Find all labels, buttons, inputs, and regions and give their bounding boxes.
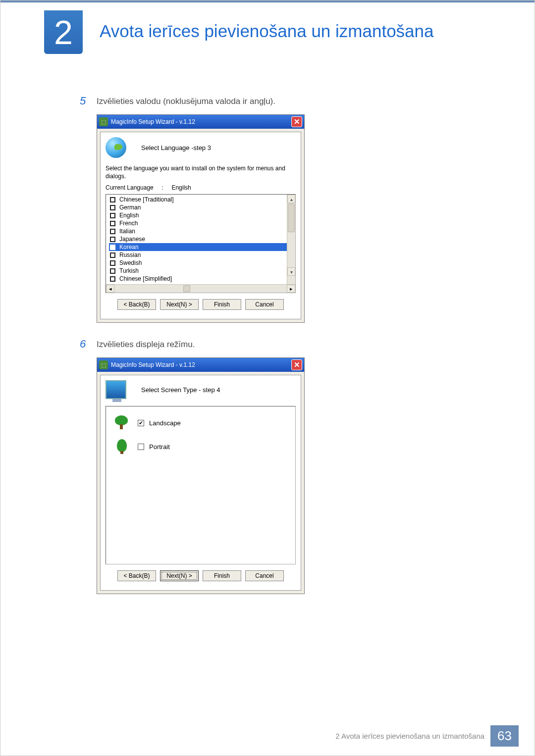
horizontal-scrollbar[interactable]: ◂ ▸ (106, 284, 295, 293)
chapter-title: Avota ierīces pievienošana un izmantošan… (100, 21, 434, 41)
next-button[interactable]: Next(N) > (160, 570, 199, 581)
portrait-label: Portrait (149, 443, 170, 451)
next-button[interactable]: Next(N) > (160, 299, 199, 310)
checkbox-icon[interactable] (110, 221, 115, 226)
step-number: 6 (80, 338, 97, 351)
language-item[interactable]: Japanese (109, 235, 294, 243)
header-band: 2 Avota ierīces pievienošana un izmantoš… (0, 0, 535, 52)
step-header: Select Language -step 3 (106, 137, 296, 158)
current-language-value: Engilsh (171, 184, 191, 191)
titlebar: ⬚ MagicInfo Setup Wizard - v.1.12 ✕ (97, 358, 304, 372)
page-footer: 2 Avota ierīces pievienošana un izmantoš… (335, 725, 519, 747)
button-row: < Back(B) Next(N) > Finish Cancel (106, 293, 296, 315)
monitor-icon (106, 380, 126, 399)
scroll-right-icon[interactable]: ▸ (287, 285, 295, 293)
finish-button[interactable]: Finish (203, 570, 241, 581)
language-item[interactable]: Turkish (109, 267, 294, 275)
checkbox-icon[interactable] (110, 229, 115, 234)
landscape-label: Landscape (149, 419, 181, 427)
cancel-button[interactable]: Cancel (245, 570, 284, 581)
scroll-down-icon[interactable]: ▾ (287, 267, 295, 276)
language-item[interactable]: Korean (109, 243, 294, 251)
document-page: 2 Avota ierīces pievienošana un izmantoš… (0, 0, 535, 756)
app-icon: ⬚ (99, 117, 108, 126)
step-number: 5 (80, 95, 97, 107)
step-6-text: Izvēlieties displeja režīmu. (97, 338, 195, 351)
wizard-body: Select Screen Type - step 4 ✔ Landscape … (100, 375, 301, 591)
language-label: Swedish (119, 259, 142, 266)
language-item[interactable]: English (109, 211, 294, 219)
step-header-text: Select Screen Type - step 4 (141, 386, 220, 394)
wizard-dialog-screen-type: ⬚ MagicInfo Setup Wizard - v.1.12 ✕ Sele… (97, 357, 305, 594)
step-header-text: Select Language -step 3 (141, 144, 211, 151)
app-icon: ⬚ (99, 360, 108, 369)
finish-button[interactable]: Finish (203, 299, 241, 310)
language-item[interactable]: Swedish (109, 259, 294, 267)
scroll-left-icon[interactable]: ◂ (106, 285, 114, 293)
language-label: Chinese [Traditional] (119, 196, 174, 203)
checkbox-icon[interactable] (110, 245, 115, 250)
window-title: MagicInfo Setup Wizard - v.1.12 (111, 118, 291, 125)
step-5-row: 5 Izvēlieties valodu (noklusējuma valoda… (80, 95, 427, 107)
close-button[interactable]: ✕ (291, 116, 302, 127)
button-row: < Back(B) Next(N) > Finish Cancel (106, 564, 296, 586)
language-list: Chinese [Traditional]GermanEnglishFrench… (106, 195, 295, 284)
h-track[interactable] (114, 285, 287, 293)
window-title: MagicInfo Setup Wizard - v.1.12 (111, 361, 291, 368)
language-item[interactable]: Russian (109, 251, 294, 259)
checkbox-icon[interactable] (110, 205, 115, 210)
content-area: 5 Izvēlieties valodu (noklusējuma valoda… (80, 95, 427, 609)
current-language-label: Current Language (106, 184, 154, 191)
vertical-scrollbar[interactable]: ▴ ▾ (287, 195, 295, 284)
titlebar: ⬚ MagicInfo Setup Wizard - v.1.12 ✕ (97, 115, 304, 129)
wizard-body: Select Language -step 3 Select the langu… (100, 132, 301, 319)
language-label: Turkish (119, 267, 139, 274)
language-item[interactable]: Chinese [Simplified] (109, 275, 294, 283)
language-item[interactable]: French (109, 219, 294, 227)
checkbox-icon[interactable] (110, 213, 115, 218)
portrait-checkbox[interactable] (138, 444, 144, 450)
scroll-up-icon[interactable]: ▴ (287, 195, 295, 203)
checkbox-icon[interactable] (110, 260, 115, 266)
checkbox-icon[interactable] (110, 237, 115, 242)
language-label: German (119, 204, 141, 211)
screen-type-box: ✔ Landscape Portrait (106, 406, 296, 564)
language-label: Japanese (119, 236, 145, 243)
scroll-thumb[interactable] (288, 203, 295, 232)
language-item[interactable]: German (109, 203, 294, 211)
checkbox-icon[interactable] (110, 284, 115, 285)
checkbox-icon[interactable] (110, 276, 115, 282)
instruction-text: Select the language you want to install … (106, 165, 296, 180)
back-button[interactable]: < Back(B) (117, 299, 156, 310)
language-item[interactable]: Chinese [Traditional] (109, 196, 294, 203)
language-listbox[interactable]: Chinese [Traditional]GermanEnglishFrench… (106, 194, 296, 293)
back-button[interactable]: < Back(B) (117, 570, 156, 581)
landscape-checkbox[interactable]: ✔ (138, 420, 144, 426)
language-label: Korean (119, 244, 139, 251)
option-landscape[interactable]: ✔ Landscape (114, 415, 287, 430)
language-item[interactable]: Italian (109, 227, 294, 235)
checkbox-icon[interactable] (110, 268, 115, 274)
wizard-dialog-language: ⬚ MagicInfo Setup Wizard - v.1.12 ✕ Sele… (97, 114, 305, 323)
checkbox-icon[interactable] (110, 197, 115, 202)
language-label: Italian (119, 228, 135, 235)
h-thumb[interactable] (183, 285, 190, 292)
checkbox-icon[interactable] (110, 252, 115, 258)
step-5-text: Izvēlieties valodu (noklusējuma valoda i… (97, 95, 275, 107)
step-header: Select Screen Type - step 4 (106, 380, 296, 399)
chapter-number-badge: 2 (44, 10, 83, 54)
current-language-sep: : (161, 184, 163, 191)
language-label: Chinese [Simplified] (119, 275, 172, 282)
language-scroll-area: Chinese [Traditional]GermanEnglishFrench… (106, 195, 295, 284)
cancel-button[interactable]: Cancel (245, 299, 284, 310)
language-label: English (119, 212, 139, 219)
language-label: Portuguese (119, 283, 150, 284)
close-button[interactable]: ✕ (291, 359, 302, 370)
page-number-badge: 63 (490, 725, 519, 747)
language-item[interactable]: Portuguese (109, 283, 294, 284)
language-label: French (119, 220, 138, 227)
tree-landscape-icon (114, 415, 131, 430)
step-6-row: 6 Izvēlieties displeja režīmu. (80, 338, 427, 351)
language-label: Russian (119, 252, 141, 258)
option-portrait[interactable]: Portrait (114, 439, 287, 454)
